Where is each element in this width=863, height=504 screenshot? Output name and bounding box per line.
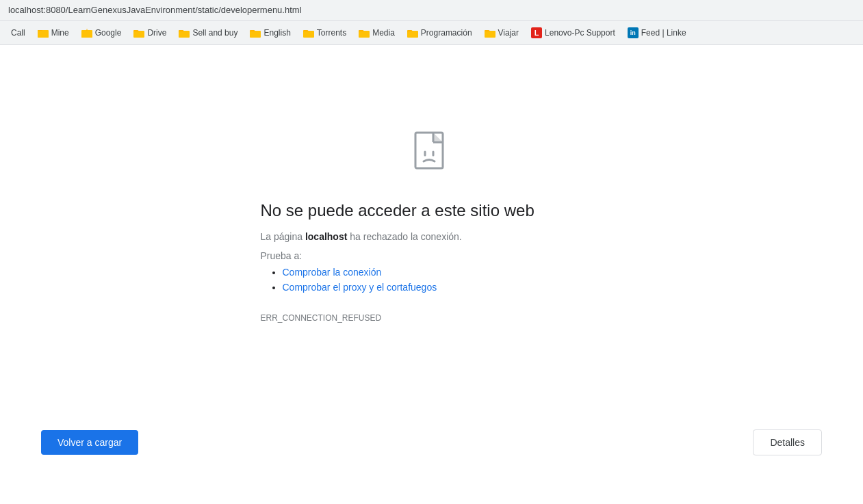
bookmark-call[interactable]: Call xyxy=(5,25,31,40)
bookmark-sell-buy[interactable]: Sell and buy xyxy=(173,25,243,41)
bookmark-mine[interactable]: Mine xyxy=(32,25,75,41)
description-suffix: ha rechazado la conexión. xyxy=(347,231,461,242)
main-content: No se puede acceder a este sitio web La … xyxy=(0,45,863,483)
bookmark-english[interactable]: English xyxy=(244,25,296,41)
bookmark-media-label: Media xyxy=(372,28,395,38)
bookmark-programacion-label: Programación xyxy=(421,28,472,38)
folder-icon-programacion xyxy=(407,27,418,38)
check-proxy-link[interactable]: Comprobar el proxy y el cortafuegos xyxy=(283,282,437,293)
link-item-1: Comprobar la conexión xyxy=(283,267,603,278)
bookmark-lenovo-label: Lenovo-Pc Support xyxy=(545,28,615,38)
details-button[interactable]: Detalles xyxy=(753,429,822,455)
folder-icon-google xyxy=(81,27,92,38)
error-icon-container xyxy=(407,127,456,179)
buttons-row: Volver a cargar Detalles xyxy=(0,429,863,455)
address-bar[interactable]: localhost:8080/LearnGenexusJavaEnvironme… xyxy=(0,0,863,21)
reload-button[interactable]: Volver a cargar xyxy=(41,430,138,455)
svg-rect-11 xyxy=(415,133,443,168)
bookmark-sell-buy-label: Sell and buy xyxy=(192,28,237,38)
description-prefix: La página xyxy=(261,231,305,242)
try-label: Prueba a: xyxy=(261,250,603,261)
bookmark-viajar-label: Viajar xyxy=(498,28,519,38)
content-block: No se puede acceder a este sitio web La … xyxy=(261,201,603,356)
linkedin-icon: in xyxy=(628,27,639,38)
bookmark-linkedin-label: Feed | Linke xyxy=(641,28,686,38)
bookmark-programacion[interactable]: Programación xyxy=(402,25,478,41)
folder-icon-media xyxy=(359,27,370,38)
folder-icon-drive xyxy=(133,27,144,38)
bookmark-media[interactable]: Media xyxy=(353,25,400,41)
error-code: ERR_CONNECTION_REFUSED xyxy=(261,313,603,323)
folder-icon xyxy=(38,27,49,38)
folder-icon-sell-buy xyxy=(179,27,190,38)
folder-icon-english xyxy=(250,27,261,38)
svg-rect-10 xyxy=(485,31,495,38)
folder-icon-viajar xyxy=(485,27,495,38)
bookmark-torrents-label: Torrents xyxy=(317,28,346,38)
bookmark-google-label: Google xyxy=(95,28,122,38)
bookmark-torrents[interactable]: Torrents xyxy=(298,25,352,41)
folder-icon-torrents xyxy=(303,27,314,38)
error-links-list: Comprobar la conexión Comprobar el proxy… xyxy=(261,267,603,297)
bookmark-call-label: Call xyxy=(11,28,25,38)
error-title: No se puede acceder a este sitio web xyxy=(261,201,534,220)
svg-rect-9 xyxy=(407,31,418,38)
svg-rect-1 xyxy=(38,31,49,38)
bookmark-drive[interactable]: Drive xyxy=(128,25,172,41)
description-bold: localhost xyxy=(305,231,347,242)
error-file-icon xyxy=(407,127,456,176)
bookmark-viajar[interactable]: Viajar xyxy=(479,25,524,41)
svg-rect-7 xyxy=(303,31,314,38)
lenovo-icon: L xyxy=(531,27,542,38)
link-item-2: Comprobar el proxy y el cortafuegos xyxy=(283,282,603,293)
bookmark-mine-label: Mine xyxy=(51,28,69,38)
svg-rect-6 xyxy=(250,31,261,38)
error-description: La página localhost ha rechazado la cone… xyxy=(261,231,462,242)
svg-rect-8 xyxy=(359,31,370,38)
check-connection-link[interactable]: Comprobar la conexión xyxy=(283,267,382,278)
bookmark-english-label: English xyxy=(263,28,290,38)
url-text: localhost:8080/LearnGenexusJavaEnvironme… xyxy=(8,5,302,15)
bookmark-linkedin[interactable]: in Feed | Linke xyxy=(622,25,692,41)
bookmarks-bar: Call Mine Google Drive Sell and buy xyxy=(0,21,863,45)
svg-rect-4 xyxy=(133,31,144,38)
bookmark-drive-label: Drive xyxy=(147,28,166,38)
svg-rect-5 xyxy=(179,31,190,38)
bookmark-google[interactable]: Google xyxy=(76,25,127,41)
bookmark-lenovo[interactable]: L Lenovo-Pc Support xyxy=(526,25,621,41)
svg-rect-3 xyxy=(81,31,92,38)
